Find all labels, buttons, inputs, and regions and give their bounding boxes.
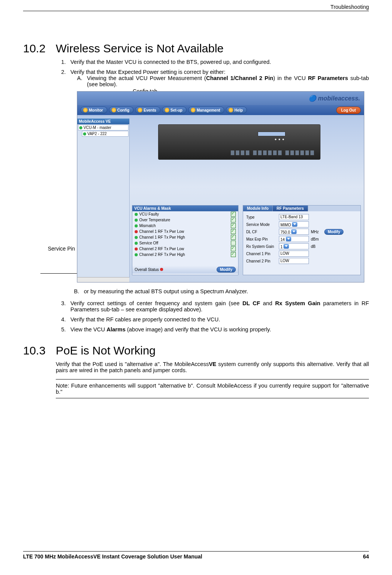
rf-value[interactable]: 14 [279, 236, 309, 242]
t: View the VCU [70, 326, 107, 333]
alarm-checkbox[interactable] [231, 241, 236, 246]
nav-label: Set-up [170, 108, 182, 112]
step-2b: or by measuring the actual BTS output us… [81, 288, 369, 294]
nav-label: Help [234, 108, 243, 112]
status-dot-icon [135, 213, 138, 216]
rf-label: Type [246, 215, 277, 219]
footer-page: 64 [363, 553, 369, 560]
step-2a: Viewing the actual VCU Power Measurement… [84, 75, 369, 87]
status-dot-icon [135, 247, 138, 251]
rf-row: Max Exp Pin14 dBm [246, 236, 357, 242]
alarm-checkbox[interactable] [231, 246, 236, 251]
note-box: Note: Future enhancements will support "… [56, 379, 369, 398]
rf-value[interactable]: LOW [279, 258, 309, 264]
alarm-row: Over Temperature [132, 217, 238, 223]
nav-config[interactable]: Config [109, 107, 134, 114]
tab-rf-parameters[interactable]: RF Parameters [273, 206, 308, 211]
heading-number: 10.2 [23, 42, 56, 55]
step-2-text: Verify that the Max Expected Power setti… [70, 69, 225, 75]
device-leds: ● ● ● [275, 137, 285, 141]
alarm-checkbox[interactable] [231, 252, 236, 257]
alarm-checkbox[interactable] [231, 223, 236, 228]
logout-button[interactable]: Log Out [336, 107, 361, 114]
nav-help[interactable]: Help [226, 107, 247, 114]
tab-module-info[interactable]: Module Info [243, 206, 273, 211]
step-4: Verify that the RF cables are properly c… [67, 316, 369, 323]
status-dot-icon [135, 242, 138, 245]
device-ports [230, 150, 314, 155]
t: VE [209, 361, 216, 367]
status-dot-icon [135, 219, 138, 222]
rf-value[interactable]: 750.0 [279, 229, 309, 235]
nav-management[interactable]: Management [188, 107, 224, 114]
dropdown-icon[interactable] [286, 237, 291, 241]
screenshot-app: mobileaccess. Monitor Config Events Set-… [77, 91, 364, 282]
heading-10-3: 10.3PoE is Not Working [23, 344, 369, 357]
info-tabs: Module Info RF Parameters [243, 206, 360, 211]
dropdown-icon[interactable] [284, 244, 289, 249]
alarm-row: Channel 2 RF Tx Pwr High [132, 252, 238, 257]
rf-unit: dBm [311, 237, 322, 241]
nav-label: Events [143, 108, 156, 112]
alarm-checkbox[interactable] [231, 235, 236, 240]
rf-label: DL CF [246, 230, 277, 234]
alarm-checkbox[interactable] [231, 229, 236, 234]
rf-label: Max Exp Pin [246, 237, 277, 241]
rf-label: Rx System Gain [246, 244, 277, 249]
rf-label: Channel 1 Pin [246, 252, 277, 256]
rf-value[interactable]: 1 [279, 243, 309, 249]
alarm-checkbox[interactable] [231, 212, 236, 217]
info-panel: Module Info RF Parameters TypeLTE-Band 1… [243, 205, 361, 275]
rf-value[interactable]: LOW [279, 251, 309, 257]
tree-header: MobileAccess VE [77, 119, 129, 124]
dropdown-icon[interactable] [291, 229, 297, 234]
setup-icon [165, 108, 169, 112]
t: (above image) and verify that the VCU is… [125, 326, 271, 333]
footer-title: LTE 700 MHz MobileAccessVE Instant Cover… [23, 553, 202, 560]
app-logo: mobileaccess. [309, 95, 360, 102]
alarm-label: Channel 2 RF Tx Pwr Low [139, 247, 184, 251]
nav-setup[interactable]: Set-up [162, 107, 187, 114]
events-icon [138, 108, 142, 112]
tree-item-vap[interactable]: VAP2 - 222 [82, 131, 128, 137]
step-3: Verify correct settings of center freque… [67, 300, 369, 313]
modify-button[interactable]: Modify [217, 267, 236, 272]
t: and [260, 300, 275, 306]
rf-row: Service ModeMIMO [246, 221, 357, 227]
step-5: View the VCU Alarms (above image) and ve… [67, 326, 369, 333]
status-dot-red-icon [160, 268, 163, 271]
modify-button[interactable]: Modify [324, 229, 344, 235]
status-dot-green-icon [83, 132, 86, 135]
t: Channel 1/Channel 2 Pin [206, 75, 274, 81]
heading-number: 10.3 [23, 344, 56, 357]
help-icon [229, 108, 233, 112]
alarms-panel: VCU Alarms & Mask VCU FaultyOver Tempera… [132, 205, 239, 275]
scrollbar-horizontal[interactable] [77, 277, 129, 282]
status-dot-icon [135, 230, 138, 233]
dropdown-icon[interactable] [292, 222, 297, 227]
step-2: Verify that the Max Expected Power setti… [67, 69, 369, 87]
config-icon [112, 108, 116, 112]
alarm-checkbox[interactable] [231, 217, 236, 222]
overall-label: Overall Status [135, 267, 159, 272]
alarms-header: VCU Alarms & Mask [132, 206, 238, 211]
alarm-label: Channel 1 RF Tx Pwr Low [139, 229, 184, 234]
t: DL CF [242, 300, 260, 306]
nav-label: Config [117, 108, 130, 112]
tree-label: VCU-M - master [83, 125, 111, 130]
overall-status-bar: Overall Status Modify [132, 266, 238, 274]
nav-events[interactable]: Events [135, 107, 160, 114]
rf-value[interactable]: MIMO [279, 221, 309, 227]
alarm-label: Over Temperature [139, 218, 170, 222]
rf-label: Service Mode [246, 222, 277, 227]
alarm-label: VCU Faulty [139, 212, 159, 216]
rf-unit: dB [311, 244, 322, 249]
management-icon [191, 108, 195, 112]
rf-value[interactable]: LTE-Band 13 [279, 214, 309, 220]
alarm-label: Channel 2 RF Tx Pwr High [139, 252, 185, 257]
tree-item-vcu[interactable]: VCU-M - master [78, 125, 128, 130]
nav-monitor[interactable]: Monitor [80, 107, 107, 114]
step-1: Verify that the Master VCU is connected … [67, 59, 369, 65]
status-dot-icon [135, 253, 138, 256]
alarm-label: Service Off [139, 241, 158, 245]
